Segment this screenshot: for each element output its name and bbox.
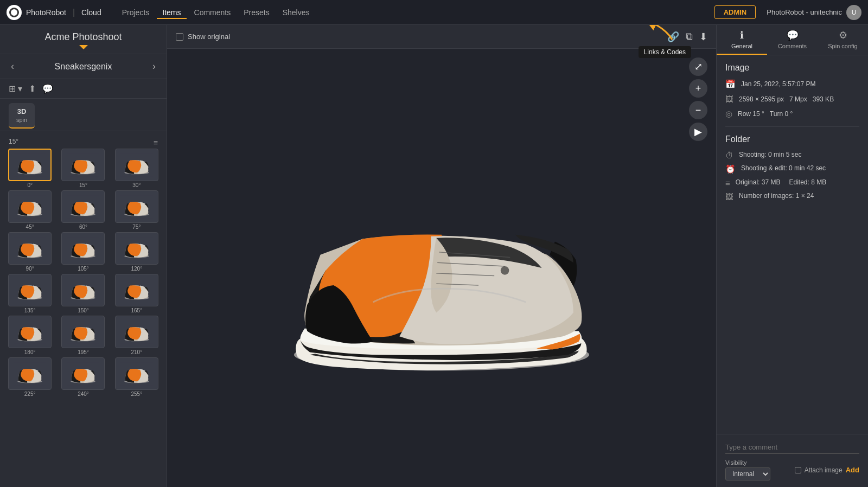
comment-tab-icon: 💬 (787, 29, 799, 41)
project-title: Acme Photoshoot (9, 31, 158, 43)
num-images-row: 🖼 Number of images: 1 × 24 (725, 192, 859, 201)
visibility-label: Visibility (725, 459, 770, 466)
admin-button[interactable]: ADMIN (714, 5, 756, 19)
external-link-icon[interactable]: ⧉ (686, 31, 693, 42)
thumbnail-image (8, 149, 52, 181)
play-button[interactable]: ▶ (689, 123, 707, 141)
thumbnail-image (61, 149, 105, 181)
user-name: PhotoRobot - unitechnic (767, 8, 842, 16)
thumbnail-label: 105° (78, 266, 89, 272)
avatar[interactable]: U (846, 5, 861, 20)
sidebar-nav: ‹ Sneakersgenix › (0, 54, 167, 79)
list-item[interactable]: 135° (4, 274, 55, 313)
list-item[interactable]: 15° (58, 149, 108, 188)
dimensions-icon: 🖼 (725, 94, 733, 104)
zoom-out-button[interactable]: − (689, 101, 707, 119)
list-item[interactable]: 45° (4, 190, 55, 230)
thumbnail-image (115, 274, 158, 306)
next-item-button[interactable]: › (150, 59, 158, 74)
image-toolbar: Show original 🔗 ⧉ ⬇ Links & Codes (167, 25, 716, 49)
list-item[interactable]: 105° (58, 232, 108, 272)
thumbnail-image (61, 274, 105, 306)
fullscreen-button[interactable]: ⤢ (689, 57, 707, 76)
thumbnail-image (8, 316, 52, 348)
add-dropdown-icon: ▾ (18, 84, 22, 94)
spin-view-section: 3D spin (0, 99, 167, 131)
list-item[interactable]: 90° (4, 232, 55, 272)
shoe-display (257, 127, 626, 409)
list-item[interactable]: 225° (4, 357, 55, 397)
download-icon[interactable]: ⬇ (699, 31, 707, 43)
orientation-icon: ◎ (725, 109, 732, 119)
tab-comments[interactable]: 💬 Comments (767, 25, 818, 55)
spin-card[interactable]: 3D spin (9, 103, 35, 129)
image-row: Row 15 ° (738, 110, 764, 118)
list-item[interactable]: 210° (111, 316, 162, 355)
show-original-toggle[interactable]: Show original (176, 33, 230, 41)
prev-item-button[interactable]: ‹ (9, 59, 16, 74)
list-item[interactable]: 165° (111, 274, 162, 313)
list-item[interactable]: 240° (58, 357, 108, 397)
add-item-button[interactable]: ⊞ ▾ (9, 84, 22, 94)
thumbnail-label: 135° (24, 307, 36, 313)
divider-1 (725, 126, 859, 127)
thumbnail-image (61, 357, 105, 390)
num-images: Number of images: 1 × 24 (739, 192, 814, 200)
nav-presets[interactable]: Presets (238, 6, 275, 19)
comment-button[interactable]: 💬 (42, 84, 53, 94)
list-item[interactable]: 195° (58, 316, 108, 355)
list-item[interactable]: 255° (111, 357, 162, 397)
list-item[interactable]: 0° (4, 149, 55, 188)
tab-general-label: General (731, 43, 752, 49)
zoom-in-button[interactable]: + (689, 79, 707, 98)
config-icon: ⚙ (839, 29, 847, 41)
thumbnail-label: 60° (79, 224, 87, 230)
logo-area: PhotoRobot | Cloud (7, 5, 101, 20)
comment-icon: 💬 (42, 84, 53, 94)
show-original-checkbox[interactable] (176, 33, 183, 41)
tooltip-links-codes: Links & Codes (639, 46, 691, 58)
tab-general[interactable]: ℹ General (717, 25, 767, 55)
thumbnail-label: 165° (131, 307, 142, 313)
nav-items-link[interactable]: Items (157, 6, 186, 19)
add-comment-button[interactable]: Add (846, 466, 859, 474)
plus-icon: ⊞ (9, 84, 16, 94)
item-name: Sneakersgenix (55, 62, 112, 72)
list-item[interactable]: 30° (111, 149, 162, 188)
upload-button[interactable]: ⬆ (29, 84, 36, 94)
nav-shelves[interactable]: Shelves (277, 6, 315, 19)
thumbnail-label: 75° (132, 224, 141, 230)
image-filesize: 393 KB (813, 95, 834, 103)
list-item[interactable]: 75° (111, 190, 162, 230)
file-size-icon: ≡ (725, 178, 730, 188)
app-name: PhotoRobot (26, 8, 66, 17)
list-item[interactable]: 60° (58, 190, 108, 230)
list-item[interactable]: 150° (58, 274, 108, 313)
list-item[interactable]: 120° (111, 232, 162, 272)
shooting-time: Shooting: 0 min 5 sec (739, 151, 801, 158)
folder-section-title: Folder (725, 134, 859, 144)
thumbnail-image (61, 190, 105, 223)
cloud-link[interactable]: Cloud (81, 8, 101, 17)
comment-area: Visibility Internal External All Attach … (717, 434, 868, 487)
thumbnail-image (8, 232, 52, 265)
comment-input[interactable] (725, 441, 859, 454)
logo-icon (7, 5, 22, 20)
comment-meta: Visibility Internal External All Attach … (725, 459, 859, 480)
thumbnail-label: 150° (78, 307, 89, 313)
nav-comments[interactable]: Comments (189, 6, 237, 19)
svg-point-41 (501, 266, 509, 275)
thumbnail-image (115, 316, 158, 348)
toolbar-icons: 🔗 ⧉ ⬇ Links & Codes (667, 31, 707, 43)
image-megapixels: 7 Mpx (789, 95, 807, 103)
attach-image-checkbox[interactable] (795, 467, 801, 473)
thumbnail-grid: 0° 15° 30° 45° (4, 149, 162, 397)
visibility-select[interactable]: Internal External All (725, 467, 770, 480)
nav-projects[interactable]: Projects (117, 6, 155, 19)
filter-icon[interactable]: ≡ (154, 138, 158, 147)
calendar-icon: 📅 (725, 79, 736, 89)
tab-spin-config[interactable]: ⚙ Spin config (818, 25, 868, 55)
list-item[interactable]: 180° (4, 316, 55, 355)
right-panel: ℹ General 💬 Comments ⚙ Spin config Image… (716, 25, 868, 487)
thumbnail-label: 210° (131, 349, 142, 355)
